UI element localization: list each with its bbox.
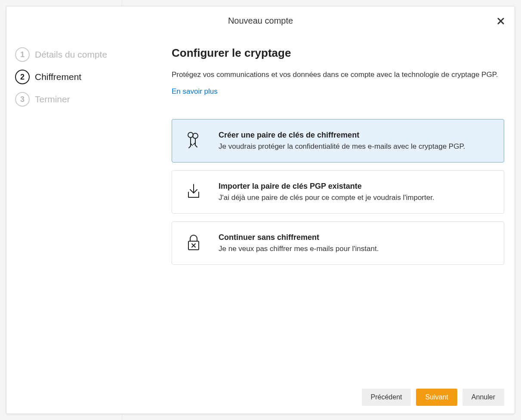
import-icon [184,182,203,201]
dialog-footer: Précédent Suivant Annuler [6,381,515,414]
dialog-title: Nouveau compte [6,16,515,26]
new-account-dialog: Nouveau compte 1 Détails du compte 2 Chi… [6,6,515,414]
main-content: Configurer le cryptage Protégez vos comm… [127,30,515,381]
close-icon [497,15,504,27]
learn-more-link[interactable]: En savoir plus [172,87,218,95]
option-subtitle: J'ai déjà une paire de clés pour ce comp… [219,193,435,202]
option-no-encryption[interactable]: Continuer sans chiffrement Je ne veux pa… [172,221,504,265]
option-title: Importer la paire de clés PGP existante [219,182,435,191]
option-title: Continuer sans chiffrement [219,233,379,242]
option-subtitle: Je ne veux pas chiffrer mes e-mails pour… [219,245,379,253]
option-title: Créer une paire de clés de chiffrement [219,131,465,140]
option-import-keypair[interactable]: Importer la paire de clés PGP existante … [172,170,504,214]
keys-icon [184,131,203,150]
encryption-options: Créer une paire de clés de chiffrement J… [172,119,504,265]
step-label: Terminer [35,94,70,104]
step-number: 1 [15,47,30,62]
step-number: 3 [15,92,30,107]
option-text: Continuer sans chiffrement Je ne veux pa… [219,233,379,253]
close-button[interactable] [497,16,504,26]
step-number: 2 [15,70,30,84]
dialog-header: Nouveau compte [6,6,515,30]
option-text: Importer la paire de clés PGP existante … [219,182,435,202]
cancel-button[interactable]: Annuler [462,389,504,406]
wizard-steps-sidebar: 1 Détails du compte 2 Chiffrement 3 Term… [6,30,127,381]
step-encryption[interactable]: 2 Chiffrement [15,70,127,84]
option-create-keypair[interactable]: Créer une paire de clés de chiffrement J… [172,119,504,162]
step-account-details[interactable]: 1 Détails du compte [15,47,127,62]
previous-button[interactable]: Précédent [362,389,411,406]
step-label: Chiffrement [35,72,81,82]
option-text: Créer une paire de clés de chiffrement J… [219,131,465,151]
page-description: Protégez vos communications et vos donné… [172,69,499,80]
step-label: Détails du compte [35,49,107,60]
step-finish[interactable]: 3 Terminer [15,92,127,107]
lock-disabled-icon [184,233,203,252]
page-heading: Configurer le cryptage [172,46,504,60]
svg-point-0 [188,132,193,138]
option-subtitle: Je voudrais protéger la confidentialité … [219,142,465,151]
dialog-body: 1 Détails du compte 2 Chiffrement 3 Term… [6,30,515,381]
next-button[interactable]: Suivant [416,389,457,406]
svg-point-1 [193,133,198,138]
